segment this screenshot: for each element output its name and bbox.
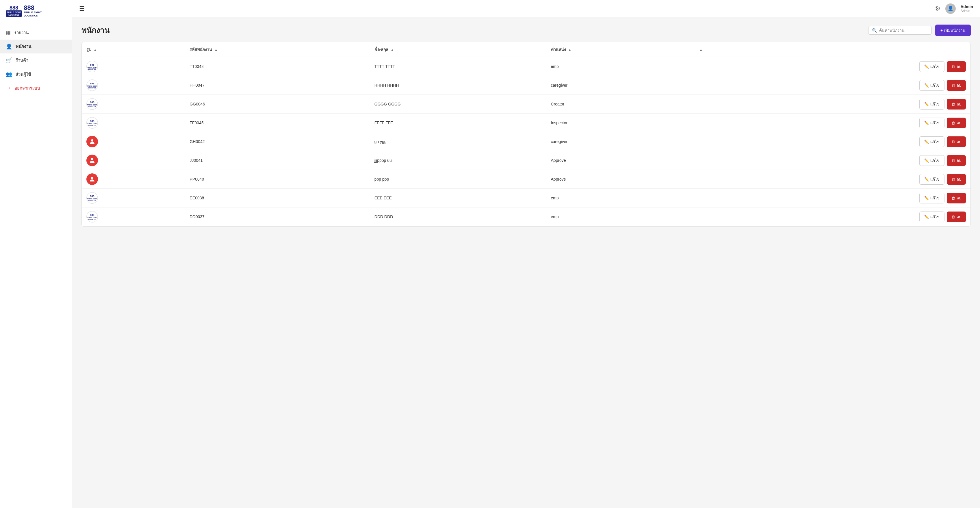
cell-actions: ✏️ แก้ไข 🗑 ลบ bbox=[694, 132, 970, 151]
hamburger-button[interactable]: ☰ bbox=[79, 5, 85, 13]
col-position[interactable]: ตำแหน่ง ▲ bbox=[546, 42, 694, 57]
edit-icon: ✏️ bbox=[924, 196, 929, 200]
edit-icon: ✏️ bbox=[924, 64, 929, 69]
employee-logo-avatar: 888 TRIPLE EIGHT LOGISTICS bbox=[86, 211, 98, 223]
table-body: 888 TRIPLE EIGHT LOGISTICS TT0048TTTT TT… bbox=[82, 57, 970, 226]
employee-logo-avatar: 888 TRIPLE EIGHT LOGISTICS bbox=[86, 80, 98, 91]
table-row: 888 TRIPLE EIGHT LOGISTICS HH0047HHHH HH… bbox=[82, 76, 970, 95]
employee-logo-avatar: 888 TRIPLE EIGHT LOGISTICS bbox=[86, 192, 98, 204]
cell-name: jjjpppp uuii bbox=[370, 151, 546, 170]
cell-emp-id: PP0040 bbox=[185, 170, 369, 189]
trash-icon: 🗑 bbox=[951, 102, 955, 106]
admin-name: Admin bbox=[960, 4, 973, 9]
sidebar-item-label: ร้านค้า bbox=[16, 57, 28, 64]
page-header: พนักงาน 🔍 + เพิ่มพนักงาน bbox=[81, 24, 971, 36]
col-emp-id[interactable]: รหัสพนักงาน ▲ bbox=[185, 42, 369, 57]
trash-icon: 🗑 bbox=[951, 158, 955, 163]
table-row: 888 TRIPLE EIGHT LOGISTICS TT0048TTTT TT… bbox=[82, 57, 970, 76]
svg-point-17 bbox=[91, 158, 93, 160]
employee-logo-avatar: 888 TRIPLE EIGHT LOGISTICS bbox=[86, 117, 98, 129]
sort-icon: ▲ bbox=[568, 48, 571, 51]
cell-position: caregiver bbox=[546, 132, 694, 151]
edit-button[interactable]: ✏️ แก้ไข bbox=[920, 193, 945, 204]
cell-actions: ✏️ แก้ไข 🗑 ลบ bbox=[694, 189, 970, 207]
cell-avatar: 888 TRIPLE EIGHT LOGISTICS bbox=[82, 57, 185, 76]
delete-button[interactable]: 🗑 ลบ bbox=[947, 99, 966, 110]
cell-position: Creator bbox=[546, 95, 694, 113]
sidebar-item-report[interactable]: ▦ รายงาน bbox=[0, 26, 72, 40]
cell-emp-id: TT0048 bbox=[185, 57, 369, 76]
sort-icon: ▲ bbox=[94, 48, 97, 51]
search-input[interactable] bbox=[879, 28, 928, 33]
cell-emp-id: FF0045 bbox=[185, 113, 369, 132]
delete-button[interactable]: 🗑 ลบ bbox=[947, 155, 966, 166]
delete-button[interactable]: 🗑 ลบ bbox=[947, 212, 966, 222]
cell-name: FFFF FFF bbox=[370, 113, 546, 132]
settings-button[interactable]: ⚙ bbox=[935, 5, 941, 13]
edit-button[interactable]: ✏️ แก้ไข bbox=[920, 174, 945, 185]
table-row: 888 TRIPLE EIGHT LOGISTICS GG0046GGGG GG… bbox=[82, 95, 970, 113]
add-employee-button[interactable]: + เพิ่มพนักงาน bbox=[935, 25, 971, 36]
delete-button[interactable]: 🗑 ลบ bbox=[947, 61, 966, 72]
employee-table: รูป ▲ รหัสพนักงาน ▲ ชื่อ-สกุล ▲ ตำแหน่ bbox=[82, 42, 970, 226]
sidebar-item-label: ส่วนผู้ใช้ bbox=[16, 71, 31, 78]
cell-actions: ✏️ แก้ไข 🗑 ลบ bbox=[694, 95, 970, 113]
avatar: 👤 bbox=[945, 3, 956, 14]
search-icon: 🔍 bbox=[872, 28, 877, 33]
trash-icon: 🗑 bbox=[951, 83, 955, 88]
edit-button[interactable]: ✏️ แก้ไข bbox=[920, 212, 945, 222]
topbar: ☰ ⚙ 👤 Admin Admin bbox=[72, 0, 980, 18]
edit-button[interactable]: ✏️ แก้ไข bbox=[920, 80, 945, 91]
sidebar-item-store[interactable]: 🛒 ร้านค้า bbox=[0, 53, 72, 67]
delete-button[interactable]: 🗑 ลบ bbox=[947, 80, 966, 91]
cell-avatar: 888 TRIPLE EIGHT LOGISTICS bbox=[82, 95, 185, 113]
delete-button[interactable]: 🗑 ลบ bbox=[947, 174, 966, 185]
trash-icon: 🗑 bbox=[951, 64, 955, 69]
sidebar-item-user[interactable]: 👥 ส่วนผู้ใช้ bbox=[0, 67, 72, 81]
delete-button[interactable]: 🗑 ลบ bbox=[947, 118, 966, 128]
cell-actions: ✏️ แก้ไข 🗑 ลบ bbox=[694, 207, 970, 226]
admin-sub: Admin bbox=[960, 9, 973, 13]
cell-avatar bbox=[82, 170, 185, 189]
edit-icon: ✏️ bbox=[924, 158, 929, 163]
delete-button[interactable]: 🗑 ลบ bbox=[947, 136, 966, 147]
cell-name: DDD DDD bbox=[370, 207, 546, 226]
cell-name: HHHH HHHH bbox=[370, 76, 546, 95]
delete-button[interactable]: 🗑 ลบ bbox=[947, 193, 966, 204]
svg-text:888: 888 bbox=[90, 101, 94, 104]
report-icon: ▦ bbox=[6, 29, 11, 36]
svg-text:LOGISTICS: LOGISTICS bbox=[88, 106, 97, 107]
table-row: 888 TRIPLE EIGHT LOGISTICS FF0045FFFF FF… bbox=[82, 113, 970, 132]
table-row: 888 TRIPLE EIGHT LOGISTICS DD0037DDD DDD… bbox=[82, 207, 970, 226]
edit-button[interactable]: ✏️ แก้ไข bbox=[920, 99, 945, 110]
edit-button[interactable]: ✏️ แก้ไข bbox=[920, 118, 945, 128]
main-content: ☰ ⚙ 👤 Admin Admin พนักงาน 🔍 + เพิ่มพนักง… bbox=[72, 0, 980, 508]
col-avatar[interactable]: รูป ▲ bbox=[82, 42, 185, 57]
cell-name: ppp ppp bbox=[370, 170, 546, 189]
trash-icon: 🗑 bbox=[951, 121, 955, 125]
store-icon: 🛒 bbox=[6, 57, 12, 64]
edit-button[interactable]: ✏️ แก้ไข bbox=[920, 136, 945, 147]
employee-person-avatar bbox=[86, 154, 98, 166]
cell-position: emp bbox=[546, 207, 694, 226]
header-actions: 🔍 + เพิ่มพนักงาน bbox=[868, 25, 971, 36]
svg-text:LOGISTICS: LOGISTICS bbox=[88, 200, 97, 201]
edit-button[interactable]: ✏️ แก้ไข bbox=[920, 61, 945, 72]
svg-text:888: 888 bbox=[90, 82, 94, 85]
sidebar-item-label: ออกจากระบบ bbox=[14, 84, 40, 92]
table-row: GH0042gh yggcaregiver ✏️ แก้ไข 🗑 ลบ bbox=[82, 132, 970, 151]
trash-icon: 🗑 bbox=[951, 140, 955, 144]
cell-position: Approve bbox=[546, 151, 694, 170]
col-name[interactable]: ชื่อ-สกุล ▲ bbox=[370, 42, 546, 57]
cell-avatar bbox=[82, 132, 185, 151]
svg-text:LOGISTICS: LOGISTICS bbox=[88, 218, 97, 220]
trash-icon: 🗑 bbox=[951, 215, 955, 219]
edit-button[interactable]: ✏️ แก้ไข bbox=[920, 155, 945, 166]
svg-text:888: 888 bbox=[90, 63, 94, 66]
sidebar-item-logout[interactable]: → ออกจากระบบ bbox=[0, 81, 72, 95]
sidebar-item-employee[interactable]: 👤 พนักงาน bbox=[0, 40, 72, 53]
cell-position: caregiver bbox=[546, 76, 694, 95]
sidebar-item-label: พนักงาน bbox=[16, 43, 31, 50]
table-row: PP0040ppp pppApprove ✏️ แก้ไข 🗑 ลบ bbox=[82, 170, 970, 189]
svg-text:888: 888 bbox=[90, 119, 94, 123]
